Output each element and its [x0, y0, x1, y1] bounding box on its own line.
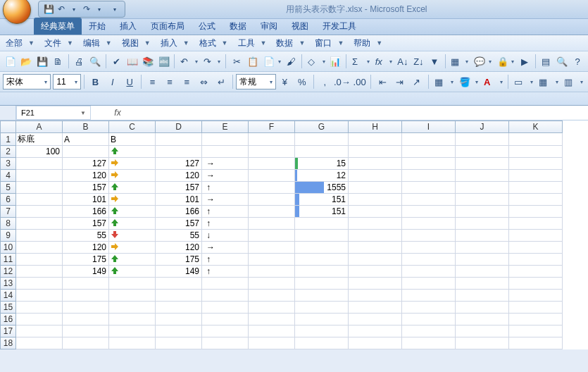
- zoom-icon[interactable]: 🔍: [554, 53, 569, 70]
- undo-icon[interactable]: ↶: [56, 4, 67, 15]
- cell-I5[interactable]: [402, 182, 456, 194]
- cell-B5[interactable]: 157: [63, 182, 109, 194]
- cell-D10[interactable]: 120: [156, 242, 202, 254]
- cell-H6[interactable]: [349, 194, 402, 206]
- menu-edit[interactable]: 编辑: [83, 37, 100, 49]
- spelling-icon[interactable]: ✔: [109, 53, 124, 70]
- cell-B3[interactable]: 127: [63, 158, 109, 170]
- cell-B2[interactable]: [63, 146, 109, 158]
- cell-E3[interactable]: →: [202, 158, 249, 170]
- cell-G10[interactable]: [295, 242, 349, 254]
- protect-icon[interactable]: 🔒: [494, 53, 517, 70]
- cell-J5[interactable]: [456, 182, 509, 194]
- cell-H2[interactable]: [349, 146, 402, 158]
- cell-E10[interactable]: →: [202, 242, 249, 254]
- col-header-B[interactable]: B: [63, 121, 109, 133]
- cell-H3[interactable]: [349, 158, 402, 170]
- cell-F6[interactable]: [249, 194, 295, 206]
- cell-F7[interactable]: [249, 206, 295, 218]
- cell-K17[interactable]: [509, 326, 563, 337]
- cell-G4[interactable]: 12: [295, 170, 349, 182]
- col-header-D[interactable]: D: [156, 121, 202, 133]
- cell-B10[interactable]: 120: [63, 242, 109, 254]
- format-table-icon[interactable]: ▦: [536, 73, 560, 90]
- cell-D1[interactable]: [156, 133, 202, 146]
- cell-C13[interactable]: [109, 278, 156, 290]
- cell-J3[interactable]: [456, 158, 509, 170]
- cell-H10[interactable]: [349, 242, 402, 254]
- cell-K10[interactable]: [509, 242, 563, 254]
- cell-B16[interactable]: [63, 314, 109, 326]
- cell-B12[interactable]: 149: [63, 266, 109, 278]
- borders-icon[interactable]: ▦: [432, 73, 456, 90]
- cell-J10[interactable]: [456, 242, 509, 254]
- cell-A15[interactable]: [16, 302, 63, 314]
- row-header-3[interactable]: 3: [1, 158, 16, 170]
- cell-A9[interactable]: [16, 230, 63, 242]
- cell-J4[interactable]: [456, 170, 509, 182]
- col-header-H[interactable]: H: [349, 121, 402, 133]
- menu-data[interactable]: 数据: [276, 37, 293, 49]
- cell-J1[interactable]: [456, 133, 509, 146]
- tab-formulas[interactable]: 公式: [192, 18, 223, 35]
- row-header-11[interactable]: 11: [1, 254, 16, 266]
- cell-E8[interactable]: ↑: [202, 218, 249, 230]
- cell-A18[interactable]: [16, 337, 63, 349]
- cell-E2[interactable]: [202, 146, 249, 158]
- cell-D11[interactable]: 175: [156, 254, 202, 266]
- fx-button[interactable]: fx: [111, 108, 125, 118]
- row-header-8[interactable]: 8: [1, 218, 16, 230]
- cell-F8[interactable]: [249, 218, 295, 230]
- cell-B9[interactable]: 55: [63, 230, 109, 242]
- cell-H7[interactable]: [349, 206, 402, 218]
- cell-B6[interactable]: 101: [63, 194, 109, 206]
- redo-dropdown-icon[interactable]: ▾: [94, 4, 105, 15]
- cell-B8[interactable]: 157: [63, 218, 109, 230]
- cell-E13[interactable]: [202, 278, 249, 290]
- cell-B7[interactable]: 166: [63, 206, 109, 218]
- cell-J6[interactable]: [456, 194, 509, 206]
- freeze-icon[interactable]: ▤: [538, 53, 553, 70]
- cell-I10[interactable]: [402, 242, 456, 254]
- cell-G7[interactable]: 151: [295, 206, 349, 218]
- cell-C16[interactable]: [109, 314, 156, 326]
- currency-icon[interactable]: ¥: [277, 73, 293, 90]
- cell-F1[interactable]: [249, 133, 295, 146]
- cell-G3[interactable]: 15: [295, 158, 349, 170]
- cell-H11[interactable]: [349, 254, 402, 266]
- cell-B1[interactable]: A: [63, 133, 109, 146]
- cell-D13[interactable]: [156, 278, 202, 290]
- conditional-format-icon[interactable]: ▥: [561, 73, 585, 90]
- cell-H13[interactable]: [349, 278, 402, 290]
- font-size-selector[interactable]: 11: [53, 74, 80, 89]
- row-header-10[interactable]: 10: [1, 242, 16, 254]
- cell-D9[interactable]: 55: [156, 230, 202, 242]
- new-icon[interactable]: 📄: [3, 53, 18, 70]
- cell-H17[interactable]: [349, 326, 402, 337]
- cell-G14[interactable]: [295, 290, 349, 302]
- cell-J17[interactable]: [456, 326, 509, 337]
- cell-I11[interactable]: [402, 254, 456, 266]
- cell-E1[interactable]: [202, 133, 249, 146]
- align-left-icon[interactable]: ≡: [144, 73, 161, 90]
- menu-file[interactable]: 文件: [44, 37, 61, 49]
- cell-F17[interactable]: [249, 326, 295, 337]
- row-header-12[interactable]: 12: [1, 266, 16, 278]
- cell-A14[interactable]: [16, 290, 63, 302]
- cell-styles-icon[interactable]: ▭: [511, 73, 535, 90]
- cell-F2[interactable]: [249, 146, 295, 158]
- cell-J2[interactable]: [456, 146, 509, 158]
- row-header-17[interactable]: 17: [1, 326, 16, 337]
- cell-D15[interactable]: [156, 302, 202, 314]
- orientation-icon[interactable]: ↗: [408, 73, 425, 90]
- tab-home[interactable]: 开始: [82, 18, 113, 35]
- cell-J14[interactable]: [456, 290, 509, 302]
- col-header-J[interactable]: J: [456, 121, 509, 133]
- cell-J16[interactable]: [456, 314, 509, 326]
- cell-C12[interactable]: [109, 266, 156, 278]
- chart-icon[interactable]: 📊: [328, 53, 343, 70]
- cell-F12[interactable]: [249, 266, 295, 278]
- cell-E9[interactable]: ↓: [202, 230, 249, 242]
- cell-J9[interactable]: [456, 230, 509, 242]
- cell-J7[interactable]: [456, 206, 509, 218]
